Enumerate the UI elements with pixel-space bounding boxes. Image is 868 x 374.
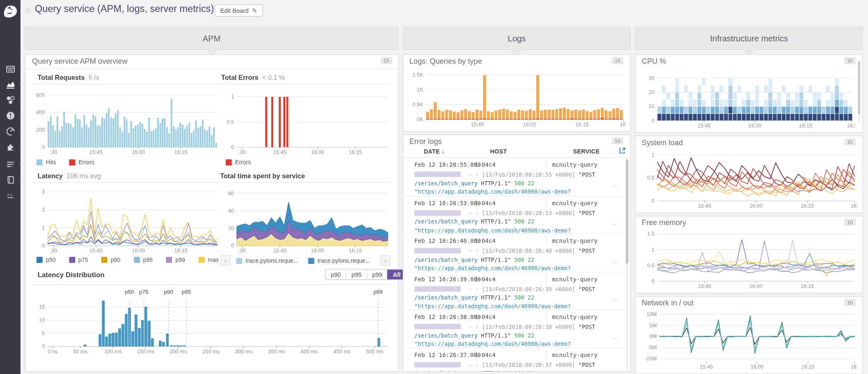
log-row[interactable]: Feb 12 16:26:39.000i-04c4mcnulty-query -… (403, 271, 624, 309)
legend-item[interactable]: p95 (134, 256, 153, 263)
timeframe-badge[interactable]: 1h (844, 138, 856, 145)
svg-text:30: 30 (648, 75, 654, 81)
system-load-chart[interactable]: 00.5115:4516:0016:1516: (641, 147, 857, 210)
legend-item[interactable]: p50 (36, 256, 55, 263)
legend-item[interactable]: Errors (69, 159, 94, 165)
svg-text::30: :30 (50, 149, 57, 155)
row-overflow-menu[interactable]: ... (612, 371, 619, 372)
scrollbar-thumb[interactable] (626, 159, 629, 264)
svg-text:16:00: 16:00 (523, 122, 536, 127)
sidebar-item-more[interactable] (0, 189, 20, 204)
sidebar-item-dashboards[interactable] (0, 62, 20, 77)
column-header-date[interactable]: DATE ↓ (424, 148, 445, 154)
timeframe-badge[interactable]: 1h (844, 218, 856, 225)
log-row[interactable]: Feb 12 16:28:55.000i-04c4mcnulty-query -… (403, 158, 624, 196)
total-errors-chart[interactable]: 00.51:3015:4516:0016:15 (220, 87, 390, 156)
panel-title: CPU % (642, 57, 666, 65)
legend-item[interactable]: Errors (226, 159, 251, 165)
log-row[interactable]: Feb 12 16:28:53.000i-04c4mcnulty-query -… (403, 196, 624, 234)
svg-text:1: 1 (231, 94, 234, 100)
timeframe-badge[interactable]: 1h (612, 57, 624, 64)
total-requests-chart[interactable]: 0200400600:3015:4516:0016:15 (31, 87, 220, 156)
svg-text:1K: 1K (417, 87, 423, 93)
column-header-service[interactable]: SERVICE (573, 148, 600, 154)
row-overflow-menu[interactable]: ... (612, 295, 619, 302)
favorite-star-icon[interactable]: ☆ (24, 5, 32, 15)
legend-prev-button[interactable]: ‹ (220, 255, 230, 266)
edit-board-button[interactable]: Edit Board ✎ (215, 5, 263, 17)
row-overflow-menu[interactable]: ... (612, 333, 619, 340)
network-chart[interactable]: -10M-5M0M5M10M15:4516:0016:1516: (641, 308, 857, 371)
page-title: Query service (APM, logs, server metrics… (35, 3, 214, 15)
p99-button[interactable]: p99 (367, 270, 387, 280)
gauge-icon (5, 126, 15, 136)
latency-distribution-chart[interactable]: 0510150 ns50 ms100 ms150 ms200 ms250 ms3… (31, 287, 391, 355)
svg-text:15:45: 15:45 (700, 364, 713, 370)
timeframe-badge[interactable]: 1h (844, 299, 856, 306)
section-header-logs: Logs (403, 26, 631, 50)
svg-text:0: 0 (231, 243, 234, 249)
chart-legend: ‹trace.pylons.reque...trace.pylons.reque… (220, 255, 390, 266)
svg-text:p90: p90 (164, 289, 173, 295)
log-row[interactable]: Feb 12 16:26:40.000i-04c4mcnulty-query -… (403, 234, 624, 272)
svg-text:0.5: 0.5 (647, 263, 655, 269)
timeframe-badge[interactable]: 1h (380, 57, 392, 64)
panel-title: Error logs (409, 137, 442, 146)
pencil-icon: ✎ (252, 7, 257, 14)
row-overflow-menu[interactable]: ... (612, 181, 619, 187)
legend-next-button[interactable]: › (380, 255, 390, 266)
sidebar-item-notebooks[interactable]: › (0, 173, 20, 187)
scrollbar-thumb[interactable] (858, 61, 860, 114)
sidebar-item-monitors[interactable]: › (0, 108, 20, 123)
column-header-host[interactable]: HOST (490, 148, 507, 154)
svg-text:200: 200 (36, 127, 45, 133)
legend-item[interactable]: Hits (36, 159, 56, 165)
svg-text:3: 3 (42, 189, 45, 195)
logs-queries-chart[interactable]: 0K0.5K1K1.5K15:4516:0016:1516: (407, 69, 626, 128)
p90-button[interactable]: p90 (326, 270, 346, 280)
chevron-right-icon: › (19, 129, 20, 134)
legend-item[interactable]: p75 (69, 256, 88, 263)
row-overflow-menu[interactable]: ... (612, 219, 619, 226)
timeframe-badge[interactable]: 1h (844, 57, 856, 64)
scrollbar-track[interactable] (626, 158, 629, 370)
legend-item[interactable]: p99 (166, 256, 185, 263)
legend-item[interactable]: trace.pylons.reque... (236, 257, 298, 264)
legend-item[interactable]: trace.pylons.reque... (308, 257, 370, 264)
legend-swatch (69, 159, 75, 165)
legend-item[interactable]: p90 (101, 256, 120, 263)
datadog-logo-icon[interactable] (2, 3, 18, 19)
log-message: - - [13/Feb/2018:00:28:53 +0000] "POST/s… (414, 209, 608, 235)
redacted-block (414, 362, 461, 367)
cpu-chart[interactable]: 010203015:4516:0016:1516:3 (641, 67, 855, 130)
scrollbar-track[interactable] (858, 61, 860, 123)
external-link-icon[interactable] (619, 147, 626, 155)
total-time-chart[interactable]: 0204060:3015:4516:0016:15 (220, 185, 390, 255)
latency-chart[interactable]: 0123:3015:4516:0016:15 (31, 185, 220, 255)
svg-text:0: 0 (652, 198, 655, 204)
svg-text:50 ms: 50 ms (73, 349, 88, 355)
svg-text:1: 1 (652, 152, 655, 158)
sidebar-item-apm[interactable]: › (0, 124, 20, 139)
row-overflow-menu[interactable]: ... (612, 257, 619, 264)
svg-text:0K: 0K (417, 117, 423, 122)
svg-text:500 ms: 500 ms (366, 349, 383, 355)
svg-text:1.5K: 1.5K (412, 72, 423, 78)
svg-text:450 ms: 450 ms (333, 349, 351, 355)
timeframe-badge[interactable]: 1d (612, 137, 624, 144)
svg-text:-5M: -5M (648, 345, 657, 350)
sidebar-item-integrations[interactable]: › (0, 139, 20, 154)
log-row[interactable]: Feb 12 16:26:38.000i-04c4mcnulty-query -… (403, 309, 624, 348)
chart-title-total-errors: Total Errors< 0.1 % (221, 74, 285, 82)
svg-text:16:00: 16:00 (749, 283, 763, 289)
legend-item[interactable]: max (198, 256, 219, 263)
p95-button[interactable]: p95 (346, 270, 367, 280)
sidebar-item-infrastructure[interactable]: › (0, 93, 20, 108)
svg-text:15:45: 15:45 (89, 149, 103, 155)
chevron-right-icon: › (19, 162, 20, 167)
free-memory-chart[interactable]: 00.511.515:4516:0016:15 (641, 228, 857, 290)
panel-title: System load (642, 138, 683, 146)
log-row[interactable]: Feb 12 16:26:37.000i-04c4mcnulty-query -… (403, 347, 624, 371)
sidebar-item-logs[interactable]: › (0, 157, 20, 172)
sidebar-item-metrics[interactable]: › (0, 77, 20, 92)
